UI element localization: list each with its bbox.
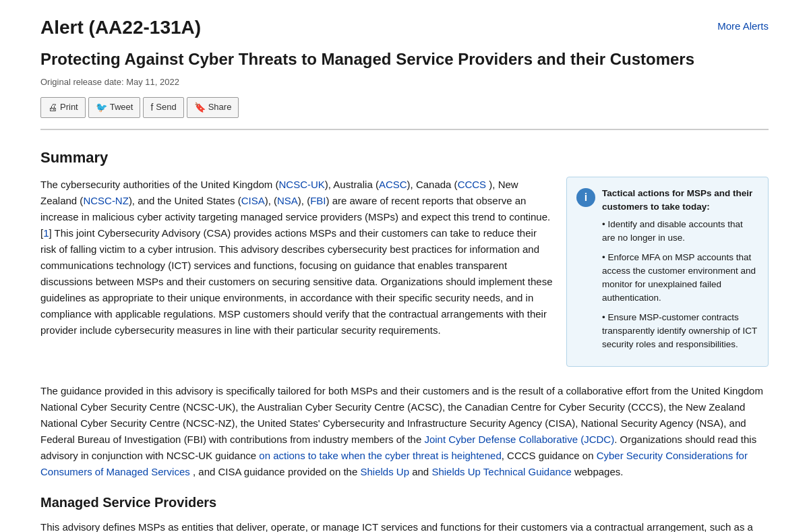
info-box-item-1: Identify and disable accounts that are n… [602, 218, 758, 245]
print-icon: 🖨 [48, 100, 57, 115]
summary-text: The cybersecurity authorities of the Uni… [40, 177, 553, 338]
tweet-button[interactable]: 🐦 Tweet [88, 97, 141, 118]
shields-up-technical-link[interactable]: Shields Up Technical Guidance [431, 466, 571, 477]
body-paragraph-3: This advisory defines MSPs as entities t… [40, 519, 769, 532]
summary-heading: Summary [40, 146, 769, 169]
footnote1-link[interactable]: 1 [43, 227, 49, 239]
share-icon: 🔖 [194, 100, 206, 115]
info-box-content: Tactical actions for MSPs and their cust… [602, 187, 758, 357]
cisa-link[interactable]: CISA [241, 195, 265, 206]
info-box-item-2: Enforce MFA on MSP accounts that access … [602, 251, 758, 305]
cccs-link[interactable]: CCCS [458, 179, 487, 190]
more-alerts-link[interactable]: More Alerts [717, 19, 769, 34]
summary-paragraph: The cybersecurity authorities of the Uni… [40, 177, 553, 338]
managed-service-providers-heading: Managed Service Providers [40, 492, 769, 512]
info-box-list: Identify and disable accounts that are n… [602, 218, 758, 351]
share-label: Share [208, 100, 232, 114]
acsc-link[interactable]: ACSC [379, 179, 407, 190]
jcdc-link[interactable]: Joint Cyber Defense Collaborative (JCDC) [424, 434, 614, 445]
actions-link[interactable]: on actions to take when the cyber threat… [259, 450, 501, 461]
body-paragraph-2: The guidance provided in this advisory i… [40, 383, 769, 480]
nsa-link[interactable]: NSA [277, 195, 298, 206]
shields-up-link[interactable]: Shields Up [360, 466, 409, 477]
header-row: Alert (AA22-131A) More Alerts [40, 13, 769, 42]
ncsc-nz-link[interactable]: NCSC-NZ [83, 195, 129, 206]
fbi-link[interactable]: FBI [310, 195, 326, 206]
print-label: Print [60, 100, 78, 114]
send-label: Send [156, 100, 176, 114]
twitter-icon: 🐦 [96, 100, 107, 115]
send-button[interactable]: f Send [143, 97, 183, 118]
info-icon: i [576, 188, 595, 207]
summary-section: The cybersecurity authorities of the Uni… [40, 177, 769, 367]
alert-id: Alert (AA22-131A) [40, 13, 201, 42]
facebook-icon: f [150, 100, 153, 115]
release-date: Original release date: May 11, 2022 [40, 76, 769, 89]
ext-indicator: , and CISA guidance provided on the [190, 466, 361, 477]
info-box-title: Tactical actions for MSPs and their cust… [602, 187, 758, 214]
print-button[interactable]: 🖨 Print [40, 97, 86, 118]
info-box: i Tactical actions for MSPs and their cu… [566, 177, 769, 367]
page-container: Alert (AA22-131A) More Alerts Protecting… [34, 0, 775, 532]
share-button[interactable]: 🔖 Share [187, 97, 239, 118]
tweet-label: Tweet [110, 100, 133, 114]
page-title: Protecting Against Cyber Threats to Mana… [40, 47, 769, 71]
share-bar: 🖨 Print 🐦 Tweet f Send 🔖 Share [40, 97, 769, 130]
ncsc-uk-link[interactable]: NCSC-UK [279, 179, 325, 190]
info-box-item-3: Ensure MSP-customer contracts transparen… [602, 311, 758, 352]
